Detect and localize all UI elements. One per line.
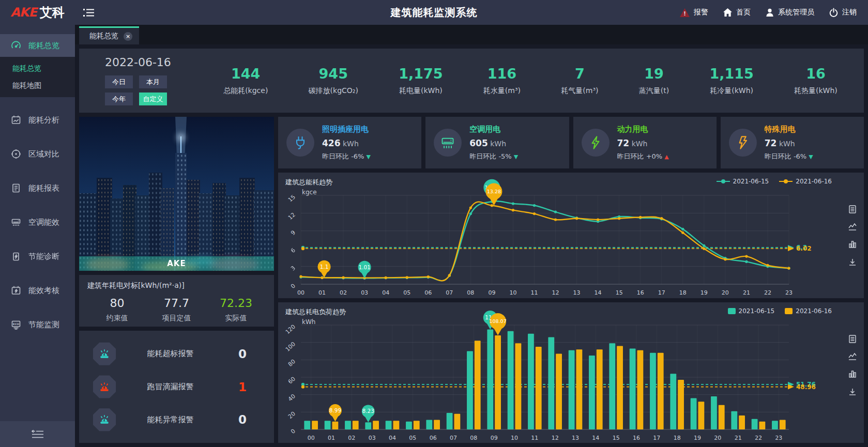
svg-text:16: 16: [633, 435, 640, 441]
eco-monitor-icon: ECO: [10, 319, 22, 330]
sidebar-subitem-energy-overview[interactable]: 能耗总览: [0, 60, 75, 77]
logout-menu-item[interactable]: 注销: [829, 8, 857, 18]
sidebar-item-energy-report[interactable]: 能耗报表: [0, 177, 75, 199]
data-view-icon[interactable]: [848, 205, 857, 214]
main-area: 能耗总览 × 2022-06-16 今日 本月 今年 自定义 144总能耗(kg…: [75, 25, 868, 447]
benchmark-title: 建筑年耗电对标[kWh/(m²·a)]: [87, 281, 266, 290]
card-value: 72 kWh: [765, 138, 813, 148]
legend-item-prev-day[interactable]: 2021-06-15: [717, 178, 769, 185]
user-menu-item[interactable]: 系统管理员: [765, 8, 814, 17]
alarm-row-abnormal: 能耗异常报警 0: [93, 408, 261, 431]
svg-text:02: 02: [340, 289, 347, 296]
tab-energy-overview[interactable]: 能耗总览 ×: [79, 26, 139, 44]
stat-steam: 19蒸汽量(t): [639, 66, 669, 96]
siren-icon: [93, 342, 116, 366]
svg-text:19: 19: [701, 289, 708, 296]
range-button-custom[interactable]: 自定义: [139, 93, 167, 105]
svg-text:07: 07: [446, 289, 453, 296]
svg-text:08: 08: [467, 289, 474, 296]
bar-chart-toggle-icon[interactable]: [848, 240, 857, 249]
calendar-chart-icon: [10, 114, 22, 126]
home-menu-item[interactable]: 首页: [723, 8, 751, 17]
range-button-today[interactable]: 今日: [105, 75, 133, 88]
alarm-panel: 能耗超标报警 0 跑冒滴漏报警 1 能耗异常报警: [79, 331, 274, 443]
data-view-icon[interactable]: [848, 334, 857, 344]
sidebar-item-hvac-efficiency[interactable]: 空调能效: [0, 211, 75, 234]
sidebar-item-energy-overview[interactable]: 能耗总览: [0, 34, 75, 57]
tab-close-icon[interactable]: ×: [124, 32, 132, 41]
building-photo-caption: AKE: [79, 256, 274, 271]
alarm-count: 0: [224, 347, 261, 361]
svg-text:0: 0: [290, 283, 297, 290]
legend-item-curr-day[interactable]: 2021-06-16: [779, 178, 832, 185]
tabbar: 能耗总览 ×: [75, 25, 868, 44]
download-icon[interactable]: [848, 257, 857, 267]
gauge-icon: [10, 40, 22, 51]
warning-triangle-icon: !: [679, 8, 690, 18]
stat-gas: 7耗气量(m³): [561, 66, 598, 96]
sidebar-item-energy-diagnosis[interactable]: 节能诊断: [0, 245, 75, 268]
range-button-month[interactable]: 本月: [139, 75, 167, 88]
svg-text:20: 20: [714, 435, 721, 441]
topbar-menu: ! 报警 首页 系统管理员 注销: [679, 8, 868, 18]
svg-text:20: 20: [722, 289, 729, 296]
sidebar-subitem-energy-map[interactable]: 能耗地图: [0, 77, 75, 94]
svg-text:21: 21: [743, 289, 750, 296]
range-button-year[interactable]: 今年: [105, 93, 133, 105]
card-title: 特殊用电: [765, 125, 813, 134]
trend-up-icon: ▲: [664, 153, 668, 160]
flash-icon: [729, 129, 757, 157]
svg-text:01: 01: [328, 435, 335, 441]
legend-item-prev-day[interactable]: 2021-06-15: [728, 307, 775, 315]
svg-text:15: 15: [616, 289, 623, 296]
svg-text:06: 06: [424, 289, 432, 296]
sidebar-item-energy-saving-monitor[interactable]: ECO 节能监测: [0, 313, 75, 336]
power-icon: [829, 8, 839, 18]
svg-text:10: 10: [511, 435, 518, 441]
sidebar-item-area-compare[interactable]: 区域对比: [0, 143, 75, 165]
sidebar-item-label: 能耗分析: [28, 115, 59, 125]
card-value: 605 kWh: [469, 138, 518, 148]
bar-chart-toggle-icon[interactable]: [848, 369, 857, 379]
alarm-row-leakage: 跑冒滴漏报警 1: [93, 375, 261, 399]
svg-text:11: 11: [530, 289, 538, 296]
svg-text:00: 00: [308, 435, 315, 441]
sidebar-collapse-button[interactable]: [0, 421, 75, 447]
chart-title: 建筑总耗电负荷趋势: [285, 307, 346, 317]
svg-text:13.28: 13.28: [487, 189, 501, 194]
stats-row: 144总能耗(kgce) 945碳排放(kgCO₂) 1,175耗电量(kWh)…: [203, 66, 864, 96]
chart-legend: 2021-06-15 2021-06-16: [717, 178, 832, 185]
collapse-icon: [31, 430, 44, 439]
download-icon[interactable]: [848, 387, 857, 396]
alarm-menu-item[interactable]: ! 报警: [679, 8, 708, 18]
svg-text:1.01: 1.01: [358, 264, 370, 270]
svg-text:80: 80: [287, 358, 297, 368]
svg-text:60: 60: [287, 376, 297, 386]
hamburger-menu-icon[interactable]: [83, 8, 95, 17]
svg-text:17: 17: [653, 435, 660, 441]
svg-text:23: 23: [785, 289, 793, 296]
svg-text:0: 0: [290, 428, 297, 435]
sidebar-item-efficiency-assessment[interactable]: 能效考核: [0, 279, 75, 302]
sidebar-item-label: 节能诊断: [28, 252, 59, 261]
chart-toolbox: [848, 334, 857, 396]
svg-text:3: 3: [290, 265, 297, 272]
home-icon: [723, 8, 733, 17]
plug-icon: [286, 129, 314, 157]
chart-legend: 2021-06-15 2021-06-16: [728, 307, 832, 315]
card-special-power: 特殊用电 72 kWh 昨日环比 -6% ▼: [721, 117, 864, 168]
svg-text:18: 18: [679, 289, 687, 296]
brand-logo-text: AKE: [10, 5, 37, 20]
svg-text:06: 06: [430, 435, 437, 441]
card-compare: 昨日环比 -6% ▼: [765, 152, 813, 161]
energy-trend-chart-panel: 建筑总能耗趋势 kgce 2021-06-15 2021-06-16 03691…: [278, 173, 864, 298]
legend-item-curr-day[interactable]: 2021-06-16: [785, 307, 832, 315]
svg-text:08: 08: [470, 435, 477, 441]
alarm-row-over-limit: 能耗超标报警 0: [93, 342, 261, 366]
line-chart-toggle-icon[interactable]: [848, 352, 857, 361]
brand-logo: AKE 艾科: [0, 0, 75, 25]
line-chart-toggle-icon[interactable]: [848, 222, 857, 232]
topbar: AKE 艾科 建筑能耗监测系统 ! 报警 首页: [0, 0, 868, 25]
sidebar-item-energy-analysis[interactable]: 能耗分析: [0, 109, 75, 131]
svg-text:8.99: 8.99: [329, 407, 341, 413]
